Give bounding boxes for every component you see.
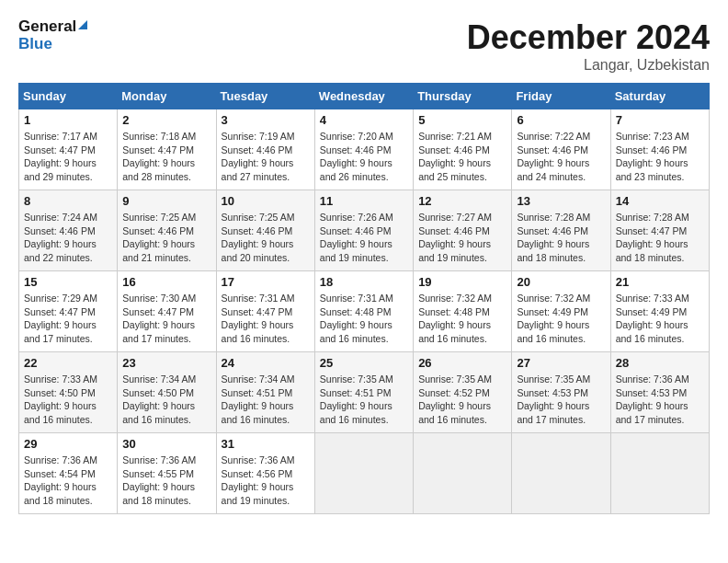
calendar-week-row: 8Sunrise: 7:24 AMSunset: 4:46 PMDaylight…	[19, 190, 710, 271]
day-info: Sunrise: 7:22 AMSunset: 4:46 PMDaylight:…	[517, 130, 605, 184]
day-info: Sunrise: 7:35 AMSunset: 4:51 PMDaylight:…	[320, 373, 408, 427]
calendar-day-cell: 21Sunrise: 7:33 AMSunset: 4:49 PMDayligh…	[610, 271, 709, 352]
title-section: December 2024 Langar, Uzbekistan	[467, 18, 710, 74]
day-info: Sunrise: 7:36 AMSunset: 4:53 PMDaylight:…	[616, 373, 704, 427]
calendar-day-cell: 19Sunrise: 7:32 AMSunset: 4:48 PMDayligh…	[414, 271, 512, 352]
calendar-day-cell: 16Sunrise: 7:30 AMSunset: 4:47 PMDayligh…	[118, 271, 216, 352]
calendar-day-cell: 11Sunrise: 7:26 AMSunset: 4:46 PMDayligh…	[314, 190, 413, 271]
calendar-week-row: 22Sunrise: 7:33 AMSunset: 4:50 PMDayligh…	[19, 352, 710, 433]
day-number: 16	[122, 275, 210, 289]
day-info: Sunrise: 7:24 AMSunset: 4:46 PMDaylight:…	[24, 211, 112, 265]
day-info: Sunrise: 7:35 AMSunset: 4:52 PMDaylight:…	[418, 373, 506, 427]
day-info: Sunrise: 7:23 AMSunset: 4:46 PMDaylight:…	[616, 130, 704, 184]
calendar-day-cell: 26Sunrise: 7:35 AMSunset: 4:52 PMDayligh…	[414, 352, 512, 433]
calendar-day-cell: 17Sunrise: 7:31 AMSunset: 4:47 PMDayligh…	[216, 271, 314, 352]
day-number: 6	[517, 113, 605, 127]
calendar-day-cell: 5Sunrise: 7:21 AMSunset: 4:46 PMDaylight…	[414, 109, 512, 190]
day-number: 11	[320, 194, 408, 208]
calendar-day-cell: 15Sunrise: 7:29 AMSunset: 4:47 PMDayligh…	[19, 271, 118, 352]
calendar-day-cell	[512, 433, 610, 514]
day-number: 1	[24, 113, 112, 127]
calendar-day-cell: 31Sunrise: 7:36 AMSunset: 4:56 PMDayligh…	[216, 433, 314, 514]
calendar-week-row: 29Sunrise: 7:36 AMSunset: 4:54 PMDayligh…	[19, 433, 710, 514]
location-title: Langar, Uzbekistan	[467, 57, 710, 74]
calendar-day-cell: 22Sunrise: 7:33 AMSunset: 4:50 PMDayligh…	[19, 352, 118, 433]
day-number: 17	[222, 275, 310, 289]
day-number: 21	[616, 275, 704, 289]
calendar-day-cell: 7Sunrise: 7:23 AMSunset: 4:46 PMDaylight…	[610, 109, 709, 190]
calendar-header-friday: Friday	[512, 84, 610, 109]
day-number: 30	[122, 437, 210, 451]
day-info: Sunrise: 7:21 AMSunset: 4:46 PMDaylight:…	[418, 130, 506, 184]
calendar-day-cell	[610, 433, 709, 514]
day-number: 5	[418, 113, 506, 127]
day-info: Sunrise: 7:31 AMSunset: 4:47 PMDaylight:…	[222, 292, 310, 346]
day-number: 31	[222, 437, 310, 451]
calendar-day-cell: 3Sunrise: 7:19 AMSunset: 4:46 PMDaylight…	[216, 109, 314, 190]
calendar-table: SundayMondayTuesdayWednesdayThursdayFrid…	[18, 83, 710, 514]
day-info: Sunrise: 7:32 AMSunset: 4:49 PMDaylight:…	[517, 292, 605, 346]
day-info: Sunrise: 7:17 AMSunset: 4:47 PMDaylight:…	[24, 130, 112, 184]
calendar-body: 1Sunrise: 7:17 AMSunset: 4:47 PMDaylight…	[19, 109, 710, 514]
day-info: Sunrise: 7:26 AMSunset: 4:46 PMDaylight:…	[320, 211, 408, 265]
day-number: 22	[24, 356, 112, 370]
day-info: Sunrise: 7:34 AMSunset: 4:50 PMDaylight:…	[122, 373, 210, 427]
day-info: Sunrise: 7:33 AMSunset: 4:49 PMDaylight:…	[616, 292, 704, 346]
calendar-day-cell: 6Sunrise: 7:22 AMSunset: 4:46 PMDaylight…	[512, 109, 610, 190]
calendar-header-monday: Monday	[118, 84, 216, 109]
day-info: Sunrise: 7:25 AMSunset: 4:46 PMDaylight:…	[122, 211, 210, 265]
calendar-day-cell: 27Sunrise: 7:35 AMSunset: 4:53 PMDayligh…	[512, 352, 610, 433]
day-number: 20	[517, 275, 605, 289]
day-number: 4	[320, 113, 408, 127]
calendar-day-cell: 13Sunrise: 7:28 AMSunset: 4:46 PMDayligh…	[512, 190, 610, 271]
day-number: 28	[616, 356, 704, 370]
calendar-day-cell: 9Sunrise: 7:25 AMSunset: 4:46 PMDaylight…	[118, 190, 216, 271]
day-info: Sunrise: 7:33 AMSunset: 4:50 PMDaylight:…	[24, 373, 112, 427]
day-number: 3	[222, 113, 310, 127]
calendar-header-tuesday: Tuesday	[216, 84, 314, 109]
day-number: 27	[517, 356, 605, 370]
day-info: Sunrise: 7:36 AMSunset: 4:54 PMDaylight:…	[24, 454, 112, 508]
calendar-header-sunday: Sunday	[19, 84, 118, 109]
calendar-header-wednesday: Wednesday	[314, 84, 413, 109]
day-info: Sunrise: 7:36 AMSunset: 4:56 PMDaylight:…	[222, 454, 310, 508]
day-info: Sunrise: 7:30 AMSunset: 4:47 PMDaylight:…	[122, 292, 210, 346]
calendar-day-cell: 4Sunrise: 7:20 AMSunset: 4:46 PMDaylight…	[314, 109, 413, 190]
day-info: Sunrise: 7:31 AMSunset: 4:48 PMDaylight:…	[320, 292, 408, 346]
calendar-day-cell: 10Sunrise: 7:25 AMSunset: 4:46 PMDayligh…	[216, 190, 314, 271]
calendar-day-cell: 30Sunrise: 7:36 AMSunset: 4:55 PMDayligh…	[118, 433, 216, 514]
day-number: 8	[24, 194, 112, 208]
day-number: 25	[320, 356, 408, 370]
day-number: 19	[418, 275, 506, 289]
day-info: Sunrise: 7:19 AMSunset: 4:46 PMDaylight:…	[222, 130, 310, 184]
day-number: 24	[222, 356, 310, 370]
day-info: Sunrise: 7:32 AMSunset: 4:48 PMDaylight:…	[418, 292, 506, 346]
day-info: Sunrise: 7:27 AMSunset: 4:46 PMDaylight:…	[418, 211, 506, 265]
calendar-header-thursday: Thursday	[414, 84, 512, 109]
calendar-day-cell: 28Sunrise: 7:36 AMSunset: 4:53 PMDayligh…	[610, 352, 709, 433]
day-info: Sunrise: 7:20 AMSunset: 4:46 PMDaylight:…	[320, 130, 408, 184]
calendar-day-cell: 14Sunrise: 7:28 AMSunset: 4:47 PMDayligh…	[610, 190, 709, 271]
calendar-day-cell: 23Sunrise: 7:34 AMSunset: 4:50 PMDayligh…	[118, 352, 216, 433]
day-number: 15	[24, 275, 112, 289]
day-number: 9	[122, 194, 210, 208]
calendar-day-cell: 12Sunrise: 7:27 AMSunset: 4:46 PMDayligh…	[414, 190, 512, 271]
calendar-week-row: 15Sunrise: 7:29 AMSunset: 4:47 PMDayligh…	[19, 271, 710, 352]
day-number: 29	[24, 437, 112, 451]
day-number: 18	[320, 275, 408, 289]
calendar-day-cell	[414, 433, 512, 514]
day-number: 14	[616, 194, 704, 208]
logo: General Blue	[18, 18, 87, 52]
day-number: 13	[517, 194, 605, 208]
header-section: General Blue December 2024 Langar, Uzbek…	[18, 18, 710, 74]
day-number: 2	[122, 113, 210, 127]
calendar-header-row: SundayMondayTuesdayWednesdayThursdayFrid…	[19, 84, 710, 109]
month-title: December 2024	[467, 18, 710, 57]
calendar-day-cell: 20Sunrise: 7:32 AMSunset: 4:49 PMDayligh…	[512, 271, 610, 352]
calendar-day-cell: 18Sunrise: 7:31 AMSunset: 4:48 PMDayligh…	[314, 271, 413, 352]
day-info: Sunrise: 7:18 AMSunset: 4:47 PMDaylight:…	[122, 130, 210, 184]
calendar-week-row: 1Sunrise: 7:17 AMSunset: 4:47 PMDaylight…	[19, 109, 710, 190]
day-info: Sunrise: 7:36 AMSunset: 4:55 PMDaylight:…	[122, 454, 210, 508]
day-number: 12	[418, 194, 506, 208]
calendar-day-cell: 25Sunrise: 7:35 AMSunset: 4:51 PMDayligh…	[314, 352, 413, 433]
